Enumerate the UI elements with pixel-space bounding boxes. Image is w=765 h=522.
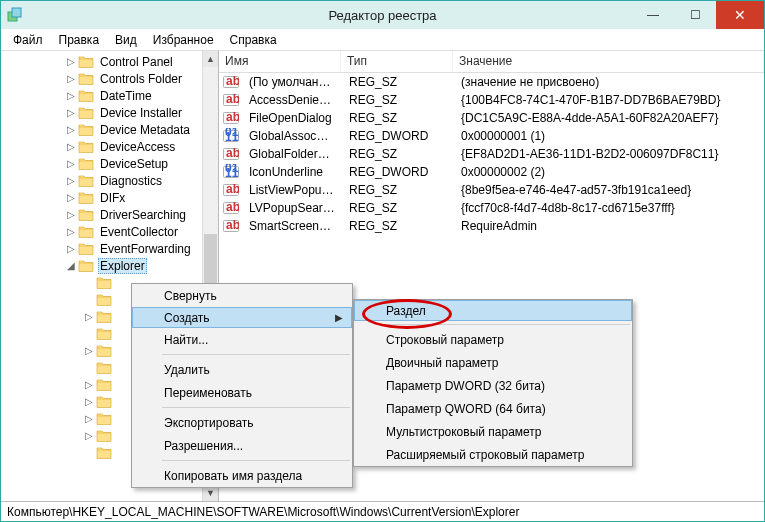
table-row[interactable]: FileOpenDialogREG_SZ{DC1C5A9C-E88A-4dde-… — [219, 109, 764, 127]
col-value[interactable]: Значение — [453, 51, 764, 72]
expand-icon[interactable]: ▷ — [65, 175, 76, 186]
tree-item[interactable]: ▷DriverSearching — [1, 206, 218, 223]
col-name[interactable]: Имя — [219, 51, 341, 72]
cell-type: REG_SZ — [343, 111, 455, 125]
string-value-icon — [223, 146, 239, 162]
menu-item[interactable]: Параметр QWORD (64 бита) — [354, 397, 632, 420]
expand-icon[interactable]: ▷ — [65, 73, 76, 84]
tree-item[interactable]: ▷DeviceSetup — [1, 155, 218, 172]
folder-icon — [78, 258, 94, 274]
statusbar: Компьютер\HKEY_LOCAL_MACHINE\SOFTWARE\Mi… — [1, 501, 764, 521]
menu-item[interactable]: Раздел — [354, 300, 632, 321]
statusbar-path: Компьютер\HKEY_LOCAL_MACHINE\SOFTWARE\Mi… — [7, 505, 519, 519]
context-menu-new[interactable]: РазделСтроковый параметрДвоичный парамет… — [353, 299, 633, 467]
cell-name: SmartScreenEna... — [243, 219, 343, 233]
expand-icon[interactable]: ▷ — [83, 345, 94, 356]
string-value-icon — [223, 182, 239, 198]
expand-icon[interactable]: ▷ — [83, 396, 94, 407]
menu-item[interactable]: Копировать имя раздела — [132, 464, 352, 487]
table-row[interactable]: GlobalFolderSett...REG_SZ{EF8AD2D1-AE36-… — [219, 145, 764, 163]
window-title: Редактор реестра — [328, 8, 436, 23]
close-button[interactable]: ✕ — [716, 1, 764, 29]
folder-icon — [96, 377, 112, 393]
expand-icon[interactable]: ▷ — [65, 56, 76, 67]
menu-item[interactable]: Разрешения... — [132, 434, 352, 457]
menu-item[interactable]: Переименовать — [132, 381, 352, 404]
folder-icon — [96, 411, 112, 427]
tree-item[interactable]: ▷Control Panel — [1, 53, 218, 70]
expand-icon[interactable]: ▷ — [65, 209, 76, 220]
tree-item-label: Controls Folder — [98, 72, 184, 86]
tree-item-label: Device Installer — [98, 106, 184, 120]
expand-icon[interactable]: ▷ — [65, 192, 76, 203]
tree-item[interactable]: ▷EventCollector — [1, 223, 218, 240]
menu-item[interactable]: Создать▶ — [132, 307, 352, 328]
expand-icon[interactable]: ▷ — [65, 124, 76, 135]
tree-item[interactable]: ▷Device Installer — [1, 104, 218, 121]
menu-view[interactable]: Вид — [107, 31, 145, 49]
table-row[interactable]: AccessDeniedDi...REG_SZ{100B4FC8-74C1-47… — [219, 91, 764, 109]
expand-icon[interactable]: ▷ — [65, 158, 76, 169]
col-type[interactable]: Тип — [341, 51, 453, 72]
menu-edit[interactable]: Правка — [51, 31, 108, 49]
tree-item[interactable]: ▷DIFx — [1, 189, 218, 206]
cell-name: GlobalAssocCha... — [243, 129, 343, 143]
expand-icon[interactable]: ▷ — [83, 379, 94, 390]
tree-item[interactable]: ▷Diagnostics — [1, 172, 218, 189]
expand-icon[interactable]: ▷ — [65, 107, 76, 118]
table-row[interactable]: GlobalAssocCha...REG_DWORD0x00000001 (1) — [219, 127, 764, 145]
expand-icon[interactable]: ▷ — [65, 243, 76, 254]
menu-file[interactable]: Файл — [5, 31, 51, 49]
folder-icon — [96, 343, 112, 359]
menu-item[interactable]: Удалить — [132, 358, 352, 381]
menu-item[interactable]: Мультистроковый параметр — [354, 420, 632, 443]
menu-item[interactable]: Свернуть — [132, 284, 352, 307]
expand-icon[interactable]: ▷ — [83, 413, 94, 424]
menu-item[interactable]: Экспортировать — [132, 411, 352, 434]
menu-item[interactable]: Строковый параметр — [354, 328, 632, 351]
cell-name: FileOpenDialog — [243, 111, 343, 125]
cell-type: REG_SZ — [343, 75, 455, 89]
maximize-button[interactable]: ☐ — [674, 1, 716, 29]
expand-icon[interactable]: ▷ — [65, 226, 76, 237]
menu-separator — [162, 354, 350, 355]
folder-icon — [78, 71, 94, 87]
menu-favorites[interactable]: Избранное — [145, 31, 222, 49]
table-row[interactable]: IconUnderlineREG_DWORD0x00000002 (2) — [219, 163, 764, 181]
table-row[interactable]: ListViewPopupC...REG_SZ{8be9f5ea-e746-4e… — [219, 181, 764, 199]
expand-icon — [83, 294, 94, 305]
tree-item-label: EventCollector — [98, 225, 180, 239]
table-row[interactable]: LVPopupSearch...REG_SZ{fccf70c8-f4d7-4d8… — [219, 199, 764, 217]
tree-item[interactable]: ▷DeviceAccess — [1, 138, 218, 155]
context-menu-main[interactable]: СвернутьСоздать▶Найти...УдалитьПереимено… — [131, 283, 353, 488]
minimize-button[interactable]: — — [632, 1, 674, 29]
folder-icon — [96, 428, 112, 444]
tree-item[interactable]: ▷Controls Folder — [1, 70, 218, 87]
tree-item[interactable]: ▷DateTime — [1, 87, 218, 104]
expand-icon[interactable]: ▷ — [83, 311, 94, 322]
expand-icon[interactable]: ◢ — [65, 260, 76, 271]
cell-value: {fccf70c8-f4d7-4d8b-8c17-cd6715e37fff} — [455, 201, 764, 215]
expand-icon[interactable]: ▷ — [83, 430, 94, 441]
expand-icon[interactable]: ▷ — [65, 90, 76, 101]
folder-icon — [78, 156, 94, 172]
menu-item[interactable]: Найти... — [132, 328, 352, 351]
folder-icon — [78, 122, 94, 138]
scroll-up-icon[interactable]: ▲ — [203, 51, 218, 67]
menu-item[interactable]: Параметр DWORD (32 бита) — [354, 374, 632, 397]
cell-name: ListViewPopupC... — [243, 183, 343, 197]
submenu-arrow-icon: ▶ — [335, 312, 343, 323]
menu-help[interactable]: Справка — [222, 31, 285, 49]
expand-icon[interactable]: ▷ — [65, 141, 76, 152]
menu-item[interactable]: Расширяемый строковый параметр — [354, 443, 632, 466]
cell-name: GlobalFolderSett... — [243, 147, 343, 161]
folder-icon — [78, 139, 94, 155]
tree-item[interactable]: ▷EventForwarding — [1, 240, 218, 257]
tree-item[interactable]: ▷Device Metadata — [1, 121, 218, 138]
table-row[interactable]: SmartScreenEna...REG_SZRequireAdmin — [219, 217, 764, 235]
menu-separator — [162, 407, 350, 408]
tree-item[interactable]: ◢Explorer — [1, 257, 218, 274]
cell-type: REG_SZ — [343, 219, 455, 233]
menu-item[interactable]: Двоичный параметр — [354, 351, 632, 374]
table-row[interactable]: (По умолчанию)REG_SZ(значение не присвое… — [219, 73, 764, 91]
